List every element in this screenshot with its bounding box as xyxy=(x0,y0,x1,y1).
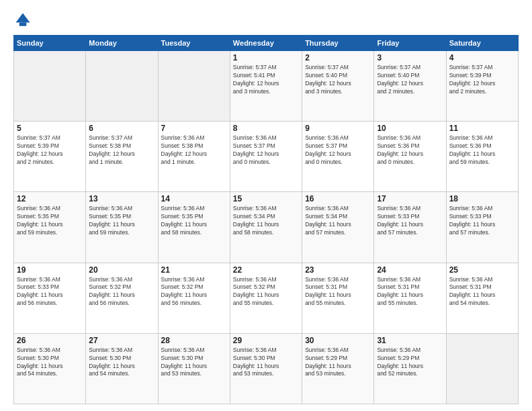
day-info: Sunrise: 5:36 AM Sunset: 5:31 PM Dayligh… xyxy=(377,276,443,308)
week-row-1: 1Sunrise: 5:37 AM Sunset: 5:41 PM Daylig… xyxy=(14,51,519,122)
day-cell-21: 21Sunrise: 5:36 AM Sunset: 5:32 PM Dayli… xyxy=(158,263,230,333)
day-info: Sunrise: 5:36 AM Sunset: 5:32 PM Dayligh… xyxy=(233,276,299,308)
day-cell-28: 28Sunrise: 5:36 AM Sunset: 5:30 PM Dayli… xyxy=(158,333,230,404)
weekday-tuesday: Tuesday xyxy=(158,36,230,51)
day-cell-13: 13Sunrise: 5:36 AM Sunset: 5:35 PM Dayli… xyxy=(86,192,158,263)
day-cell-6: 6Sunrise: 5:37 AM Sunset: 5:38 PM Daylig… xyxy=(86,122,158,192)
day-number: 27 xyxy=(89,336,154,345)
day-info: Sunrise: 5:36 AM Sunset: 5:38 PM Dayligh… xyxy=(161,134,227,167)
day-cell-2: 2Sunrise: 5:37 AM Sunset: 5:40 PM Daylig… xyxy=(302,51,374,122)
weekday-header-row: SundayMondayTuesdayWednesdayThursdayFrid… xyxy=(14,36,519,51)
day-info: Sunrise: 5:37 AM Sunset: 5:40 PM Dayligh… xyxy=(377,64,443,96)
day-cell-20: 20Sunrise: 5:36 AM Sunset: 5:32 PM Dayli… xyxy=(86,263,158,333)
empty-cell xyxy=(14,51,86,122)
day-number: 15 xyxy=(233,194,299,203)
day-info: Sunrise: 5:36 AM Sunset: 5:37 PM Dayligh… xyxy=(233,134,299,167)
day-cell-8: 8Sunrise: 5:36 AM Sunset: 5:37 PM Daylig… xyxy=(230,122,302,192)
day-cell-23: 23Sunrise: 5:36 AM Sunset: 5:31 PM Dayli… xyxy=(302,263,374,333)
week-row-3: 12Sunrise: 5:36 AM Sunset: 5:35 PM Dayli… xyxy=(14,192,519,263)
day-number: 23 xyxy=(305,265,371,275)
day-number: 10 xyxy=(377,124,443,133)
day-info: Sunrise: 5:36 AM Sunset: 5:34 PM Dayligh… xyxy=(305,205,371,237)
page: SundayMondayTuesdayWednesdayThursdayFrid… xyxy=(0,0,532,411)
day-number: 22 xyxy=(233,265,299,275)
day-cell-5: 5Sunrise: 5:37 AM Sunset: 5:39 PM Daylig… xyxy=(14,122,86,192)
day-number: 28 xyxy=(161,336,227,345)
day-cell-4: 4Sunrise: 5:37 AM Sunset: 5:39 PM Daylig… xyxy=(446,51,518,122)
day-info: Sunrise: 5:37 AM Sunset: 5:39 PM Dayligh… xyxy=(449,64,515,96)
day-number: 18 xyxy=(449,194,515,203)
day-number: 11 xyxy=(449,124,515,133)
day-info: Sunrise: 5:36 AM Sunset: 5:35 PM Dayligh… xyxy=(89,205,154,237)
day-info: Sunrise: 5:36 AM Sunset: 5:37 PM Dayligh… xyxy=(305,134,371,167)
day-info: Sunrise: 5:36 AM Sunset: 5:35 PM Dayligh… xyxy=(17,205,83,237)
day-cell-19: 19Sunrise: 5:36 AM Sunset: 5:33 PM Dayli… xyxy=(14,263,86,333)
day-number: 30 xyxy=(305,336,371,345)
day-info: Sunrise: 5:36 AM Sunset: 5:33 PM Dayligh… xyxy=(377,205,443,237)
day-number: 26 xyxy=(17,336,83,345)
day-number: 24 xyxy=(377,265,443,275)
svg-rect-1 xyxy=(19,23,27,26)
day-number: 13 xyxy=(89,194,154,203)
day-number: 20 xyxy=(89,265,154,275)
day-info: Sunrise: 5:36 AM Sunset: 5:33 PM Dayligh… xyxy=(449,205,515,237)
day-number: 19 xyxy=(17,265,83,275)
day-cell-26: 26Sunrise: 5:36 AM Sunset: 5:30 PM Dayli… xyxy=(14,333,86,404)
empty-cell xyxy=(86,51,158,122)
weekday-wednesday: Wednesday xyxy=(230,36,302,51)
day-number: 8 xyxy=(233,124,299,133)
day-cell-14: 14Sunrise: 5:36 AM Sunset: 5:35 PM Dayli… xyxy=(158,192,230,263)
day-cell-9: 9Sunrise: 5:36 AM Sunset: 5:37 PM Daylig… xyxy=(302,122,374,192)
day-number: 29 xyxy=(233,336,299,345)
day-number: 6 xyxy=(89,124,154,133)
day-cell-18: 18Sunrise: 5:36 AM Sunset: 5:33 PM Dayli… xyxy=(446,192,518,263)
day-number: 31 xyxy=(377,336,443,345)
day-cell-16: 16Sunrise: 5:36 AM Sunset: 5:34 PM Dayli… xyxy=(302,192,374,263)
day-number: 5 xyxy=(17,124,83,133)
day-info: Sunrise: 5:36 AM Sunset: 5:29 PM Dayligh… xyxy=(305,347,371,379)
week-row-5: 26Sunrise: 5:36 AM Sunset: 5:30 PM Dayli… xyxy=(14,333,519,404)
svg-marker-0 xyxy=(16,13,30,23)
day-info: Sunrise: 5:36 AM Sunset: 5:36 PM Dayligh… xyxy=(377,134,443,167)
day-cell-31: 31Sunrise: 5:36 AM Sunset: 5:29 PM Dayli… xyxy=(374,333,446,404)
weekday-sunday: Sunday xyxy=(14,36,86,51)
day-cell-30: 30Sunrise: 5:36 AM Sunset: 5:29 PM Dayli… xyxy=(302,333,374,404)
day-number: 2 xyxy=(305,53,371,62)
day-number: 3 xyxy=(377,53,443,62)
weekday-saturday: Saturday xyxy=(446,36,518,51)
weekday-thursday: Thursday xyxy=(302,36,374,51)
calendar-table: SundayMondayTuesdayWednesdayThursdayFrid… xyxy=(13,35,519,404)
day-cell-11: 11Sunrise: 5:36 AM Sunset: 5:36 PM Dayli… xyxy=(446,122,518,192)
day-info: Sunrise: 5:37 AM Sunset: 5:41 PM Dayligh… xyxy=(233,64,299,96)
day-number: 7 xyxy=(161,124,227,133)
day-info: Sunrise: 5:36 AM Sunset: 5:30 PM Dayligh… xyxy=(161,347,227,379)
day-info: Sunrise: 5:36 AM Sunset: 5:30 PM Dayligh… xyxy=(17,347,83,379)
day-info: Sunrise: 5:36 AM Sunset: 5:31 PM Dayligh… xyxy=(305,276,371,308)
week-row-2: 5Sunrise: 5:37 AM Sunset: 5:39 PM Daylig… xyxy=(14,122,519,192)
week-row-4: 19Sunrise: 5:36 AM Sunset: 5:33 PM Dayli… xyxy=(14,263,519,333)
day-cell-15: 15Sunrise: 5:36 AM Sunset: 5:34 PM Dayli… xyxy=(230,192,302,263)
day-cell-1: 1Sunrise: 5:37 AM Sunset: 5:41 PM Daylig… xyxy=(230,51,302,122)
day-info: Sunrise: 5:37 AM Sunset: 5:38 PM Dayligh… xyxy=(89,134,154,167)
day-number: 17 xyxy=(377,194,443,203)
day-cell-7: 7Sunrise: 5:36 AM Sunset: 5:38 PM Daylig… xyxy=(158,122,230,192)
day-info: Sunrise: 5:36 AM Sunset: 5:30 PM Dayligh… xyxy=(233,347,299,379)
day-number: 12 xyxy=(17,194,83,203)
day-info: Sunrise: 5:36 AM Sunset: 5:32 PM Dayligh… xyxy=(89,276,154,308)
day-cell-12: 12Sunrise: 5:36 AM Sunset: 5:35 PM Dayli… xyxy=(14,192,86,263)
day-cell-27: 27Sunrise: 5:36 AM Sunset: 5:30 PM Dayli… xyxy=(86,333,158,404)
day-info: Sunrise: 5:36 AM Sunset: 5:34 PM Dayligh… xyxy=(233,205,299,237)
day-cell-25: 25Sunrise: 5:36 AM Sunset: 5:31 PM Dayli… xyxy=(446,263,518,333)
header xyxy=(13,11,519,30)
day-number: 9 xyxy=(305,124,371,133)
day-info: Sunrise: 5:36 AM Sunset: 5:30 PM Dayligh… xyxy=(89,347,154,379)
day-cell-22: 22Sunrise: 5:36 AM Sunset: 5:32 PM Dayli… xyxy=(230,263,302,333)
day-info: Sunrise: 5:36 AM Sunset: 5:32 PM Dayligh… xyxy=(161,276,227,308)
day-info: Sunrise: 5:36 AM Sunset: 5:31 PM Dayligh… xyxy=(449,276,515,308)
day-number: 1 xyxy=(233,53,299,62)
day-info: Sunrise: 5:36 AM Sunset: 5:36 PM Dayligh… xyxy=(449,134,515,167)
day-number: 16 xyxy=(305,194,371,203)
day-number: 4 xyxy=(449,53,515,62)
weekday-monday: Monday xyxy=(86,36,158,51)
day-info: Sunrise: 5:36 AM Sunset: 5:35 PM Dayligh… xyxy=(161,205,227,237)
